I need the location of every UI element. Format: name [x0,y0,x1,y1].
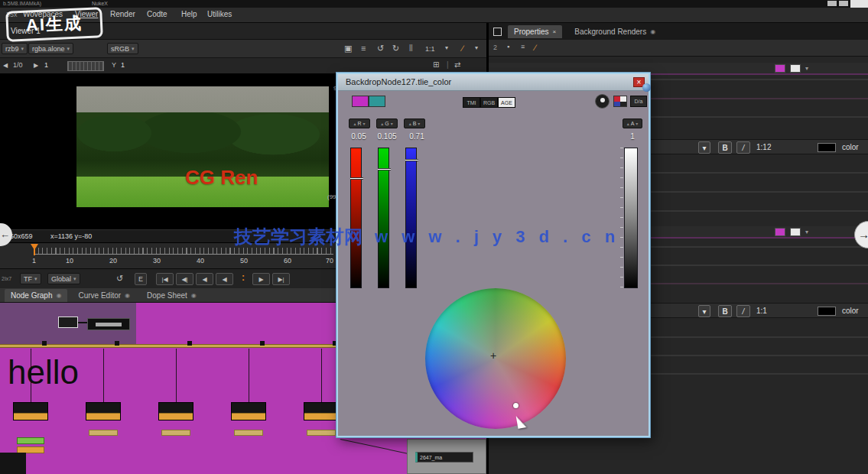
junction-dot[interactable] [260,341,265,346]
lock-icon[interactable]: ▪ [507,44,509,50]
monitor-icon[interactable]: ▣ [344,44,352,53]
italic-button[interactable]: / [736,305,750,317]
frame-current-field[interactable]: 1 [44,61,48,69]
pencil-icon[interactable]: ∕ [462,44,463,53]
eyedropper-icon[interactable] [595,94,610,109]
menu-item-render[interactable]: Render [110,10,135,18]
alpha-value-field[interactable]: 1 [618,132,647,141]
tab-dope-sheet[interactable]: Dope Sheet◉ [141,289,203,302]
blue-slider[interactable] [405,148,417,288]
corner-node[interactable] [0,453,26,474]
gain-value-field[interactable]: 1 [121,61,125,69]
pen-icon[interactable]: ∕ [535,44,536,52]
tab-curve-editor[interactable]: Curve Editor◉ [72,289,136,302]
tan-node-bar[interactable] [234,430,263,436]
red-slider-handle[interactable] [350,177,363,180]
green-node-bar[interactable] [17,437,44,444]
window-minimize-button[interactable] [827,1,837,6]
pin-icon[interactable]: ≡ [521,44,525,50]
panel-square-icon[interactable] [493,28,502,36]
label-color-swatch[interactable] [790,64,801,73]
caret-down-icon[interactable]: ▾ [805,65,808,72]
previous-color-swatch[interactable] [369,96,385,107]
grid-icon[interactable]: ⊞ [433,61,439,69]
alpha-slider[interactable] [624,148,638,288]
redo-icon[interactable]: ↻ [392,44,399,53]
green-value-field[interactable]: 0.105 [372,132,401,141]
read-node[interactable] [304,402,339,420]
red-channel-button[interactable]: ▴R▾ [349,118,370,128]
play-button[interactable]: ▶ [252,273,270,285]
menu-icon[interactable]: ≡ [361,44,366,53]
read-node[interactable] [158,402,193,420]
blue-slider-handle[interactable] [405,159,418,161]
play-backward-button[interactable]: ◀ [196,273,213,285]
tan-node-bar[interactable] [89,430,118,436]
red-slider[interactable] [350,148,362,288]
ratio-value[interactable]: 1:12 [756,143,771,151]
caret-down-icon[interactable]: ▾ [475,45,478,51]
menu-item-cache[interactable]: Codte [147,10,167,18]
tile-color-swatch[interactable] [775,228,785,236]
font-color-swatch[interactable] [818,307,836,316]
tab-background-renders[interactable]: Background Renders◉ [568,25,662,38]
node-wide[interactable] [87,318,130,330]
frame-range-dropdown[interactable]: Global▾ [47,273,80,284]
green-slider-handle[interactable] [378,168,391,170]
mode-rgb-button[interactable]: RGB [480,97,498,108]
viewer-channel-dropdown[interactable]: rzb9▾ [2,43,28,54]
ratio-value[interactable]: 1:1 [756,307,767,315]
frame-prev-button[interactable]: ◀ [3,62,8,69]
italic-button[interactable]: / [736,141,750,154]
caret-button[interactable]: ▾ [698,141,710,154]
menu-item-workspace[interactable]: Wovepaces [23,10,63,18]
mode-range-button[interactable]: AGE [498,97,515,108]
tile-color-swatch[interactable] [775,64,785,73]
close-icon[interactable]: × [553,28,557,35]
dialog-titlebar[interactable]: BackdropNode127.tlie_color × [338,74,649,91]
caret-button[interactable]: ▾ [698,305,710,317]
wheel-selection-dot[interactable] [513,403,519,408]
read-node[interactable] [231,402,266,420]
tab-dot-icon[interactable]: ◉ [650,28,655,35]
undo-icon[interactable]: ↺ [377,44,384,53]
blue-channel-button[interactable]: ▴B▾ [404,118,425,128]
wheel-crosshair[interactable]: + [490,349,496,362]
frame-back-button[interactable]: ◀ [216,273,233,285]
blue-value-field[interactable]: 0.71 [402,132,431,141]
color-wheel[interactable]: + [425,288,566,429]
viewer-zoom-ratio[interactable]: 1:1 [425,45,435,53]
mask-node[interactable]: 2647_ma [415,452,473,463]
tab-close-icon[interactable]: ◉ [125,292,130,299]
menu-item-viewer[interactable]: Viewer [75,10,98,18]
go-start-button[interactable]: |◀ [156,273,174,285]
tab-close-icon[interactable]: ◉ [56,292,61,299]
viewer-tab[interactable]: Viewer 1 [11,27,41,35]
frame-next-button[interactable]: ▶ [34,62,38,69]
frame-scrubber[interactable] [67,61,104,71]
read-node[interactable] [86,402,121,420]
tan-node-bar[interactable] [307,430,336,436]
swatch-grid-icon[interactable] [613,96,627,107]
read-node[interactable] [13,402,48,420]
node-small[interactable] [58,317,78,328]
mode-tmi-button[interactable]: TMI [463,97,480,108]
menu-item-utilities[interactable]: Utilikes [207,10,232,18]
red-value-field[interactable]: 0.05 [344,132,373,141]
pause-icon[interactable]: || [409,44,413,51]
window-maximize-button[interactable] [839,1,848,6]
tab-properties[interactable]: Properties× [508,25,562,38]
viewer-colorspace-dropdown[interactable]: sRGB▾ [107,43,138,54]
green-channel-button[interactable]: ▴G▾ [376,118,398,128]
junction-dot[interactable] [187,341,192,346]
junction-dot[interactable] [42,341,47,346]
green-slider[interactable] [378,148,389,288]
loop-icon[interactable]: ↺ [116,274,123,283]
label-color-swatch[interactable] [790,228,801,236]
caret-down-icon[interactable]: ▾ [445,45,448,51]
font-color-swatch[interactable] [818,143,836,152]
bold-button[interactable]: B [718,305,732,317]
step-back-button[interactable]: ◀| [176,273,193,285]
go-end-button[interactable]: ▶| [272,273,290,285]
swap-icon[interactable]: ⇄ [454,61,460,69]
